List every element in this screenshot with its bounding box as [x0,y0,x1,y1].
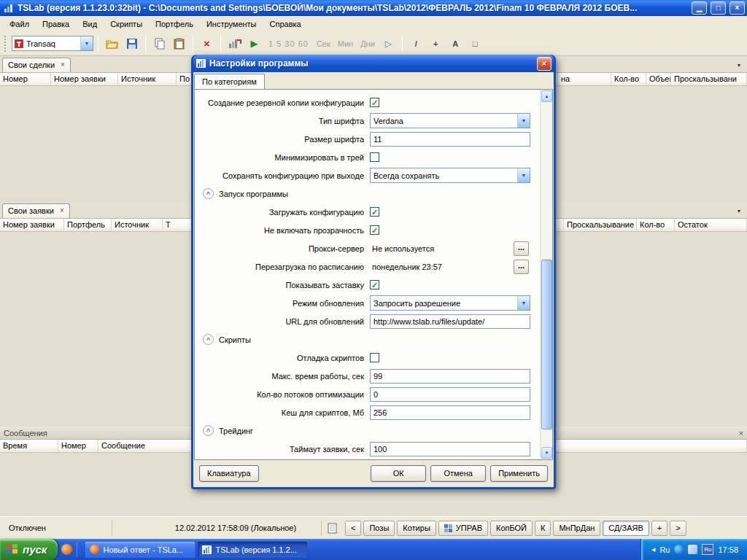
unit-day-button[interactable]: Дни [360,39,375,48]
messages-close-icon[interactable]: × [739,429,743,438]
maximize-button[interactable]: □ [711,1,726,15]
collapse-icon[interactable]: ^ [203,334,214,345]
chart-button[interactable] [225,35,244,52]
order-timeout-input[interactable]: 100 [370,442,530,456]
menu-edit[interactable]: Правка [36,18,76,31]
tab-close-icon[interactable]: × [60,206,64,218]
column-header[interactable]: Проскальзывание [564,219,637,231]
collapse-icon[interactable]: ^ [203,425,214,436]
proxy-server-more-button[interactable]: ... [514,241,529,256]
task-tslab[interactable]: TSLab (версия 1.1.2... [198,542,307,558]
menu-file[interactable]: Файл [3,18,36,31]
menu-help[interactable]: Справка [263,18,308,31]
menu-scripts[interactable]: Скрипты [104,18,149,31]
column-header[interactable]: Номер [58,440,98,452]
open-button[interactable] [103,35,121,52]
panel-menu-button[interactable]: ▼ [733,205,745,217]
timeframe-buttons[interactable]: 1 5 30 60 [268,39,309,48]
column-header[interactable]: Номер [0,73,51,85]
unit-sec-button[interactable]: Сек [317,39,330,48]
minimize-to-tray-checkbox[interactable] [370,152,379,162]
load-config-checkbox[interactable]: ✓ [370,207,379,217]
copy-button[interactable] [150,35,169,52]
tab-manage-button[interactable]: УПРАВ [438,521,488,536]
delete-button[interactable]: × [198,35,216,52]
column-header[interactable]: Проскальзывани [671,73,747,85]
text-tool-button[interactable]: A [446,35,465,52]
optimization-threads-input[interactable]: 0 [370,387,530,402]
tab-close-icon[interactable]: × [61,61,65,72]
keyboard-button[interactable]: Клавиатура [199,465,259,482]
unit-min-button[interactable]: Мин [338,39,353,48]
column-header[interactable]: Номер заявки [51,73,118,85]
column-header[interactable]: Остаток [675,219,747,231]
no-transparency-checkbox[interactable]: ✓ [370,225,379,235]
status-doc-button[interactable] [322,521,343,536]
column-header[interactable]: Время [0,440,58,452]
data-source-combo[interactable]: Transaq ▼ [12,36,93,51]
scrollbar-thumb[interactable] [541,260,552,429]
section-trading[interactable]: ^ Трейдинг [195,421,552,440]
column-header[interactable]: Кол-во [611,73,646,85]
toolbar-grip[interactable] [4,36,7,52]
run-button[interactable]: ▶ [245,35,263,52]
column-header[interactable]: Объем [646,73,671,85]
scroll-up-icon[interactable]: ▲ [541,90,552,102]
dialog-close-button[interactable]: × [537,57,551,71]
menu-view[interactable]: Вид [76,18,104,31]
tab-sd-zayav-button[interactable]: СД/ЗАЯВ [603,521,649,536]
paste-button[interactable] [170,35,188,52]
tray-app-icon[interactable] [688,545,697,554]
tab-positions-button[interactable]: Позы [363,521,395,536]
chevron-down-icon[interactable]: ▼ [80,36,93,50]
scroll-down-icon[interactable]: ▼ [541,447,552,459]
column-header[interactable]: Кол-во [637,219,675,231]
add-tab-button[interactable]: + [651,521,667,536]
restart-schedule-more-button[interactable]: ... [514,260,529,274]
font-type-select[interactable]: Verdana ▼ [370,113,530,128]
menu-portfolio[interactable]: Портфель [149,18,200,31]
tab-kopboy-button[interactable]: КопБОЙ [490,521,533,536]
nav-next-button[interactable]: > [670,521,686,536]
column-header[interactable]: Источник [112,219,163,231]
minimize-button[interactable]: ▁ [692,1,707,15]
language-indicator[interactable]: Ru [659,545,670,554]
save-config-on-exit-select[interactable]: Всегда сохранять ▼ [370,168,530,183]
update-url-input[interactable]: http://www.tslab.ru/files/update/ [370,314,530,329]
column-header[interactable]: Портфель [64,219,112,231]
nav-prev-button[interactable]: < [345,521,361,536]
font-size-input[interactable]: 11 [370,132,530,147]
tab-by-category[interactable]: По категориям [194,74,265,89]
script-debug-checkbox[interactable] [370,353,379,362]
tray-lang-badge[interactable]: Ru [702,544,713,555]
section-scripts[interactable]: ^ Скрипты [195,330,552,349]
column-header[interactable]: Номер заявки [0,219,64,231]
tray-update-icon[interactable] [674,545,684,554]
column-header[interactable]: Источник [118,73,177,85]
settings-scrollbar[interactable]: ▲ ▼ [540,90,552,459]
line-tool-button[interactable]: / [407,35,425,52]
start-button[interactable]: пуск [0,539,58,560]
save-button[interactable] [123,35,141,52]
browser-quicklaunch-icon[interactable] [61,544,72,555]
show-splash-checkbox[interactable]: ✓ [370,280,379,289]
close-button[interactable]: × [729,1,745,15]
tray-collapse-icon[interactable]: ◀ [651,547,655,553]
tab-k-button[interactable]: К [535,521,551,536]
tab-mnprdan-button[interactable]: МнПрДан [553,521,600,536]
apply-button[interactable]: Применить [490,465,548,482]
column-header[interactable]: на [558,73,611,85]
panel-menu-button[interactable]: ▼ [733,59,745,71]
collapse-icon[interactable]: ^ [203,188,214,199]
cancel-button[interactable]: Отмена [430,465,486,482]
section-program-start[interactable]: ^ Запуск программы [195,184,552,203]
backup-config-checkbox[interactable]: ✓ [370,98,379,107]
update-mode-select[interactable]: Запросить разрешение ▼ [370,295,530,311]
ok-button[interactable]: ОК [371,465,426,482]
script-cache-input[interactable]: 256 [370,405,530,420]
max-work-time-input[interactable]: 99 [370,369,530,384]
forward-button[interactable]: ▷ [379,35,398,52]
tab-quotes-button[interactable]: Котиры [397,521,436,536]
task-browser[interactable]: Новый ответ - TSLa... [85,542,195,558]
crosshair-tool-button[interactable]: + [427,35,445,52]
